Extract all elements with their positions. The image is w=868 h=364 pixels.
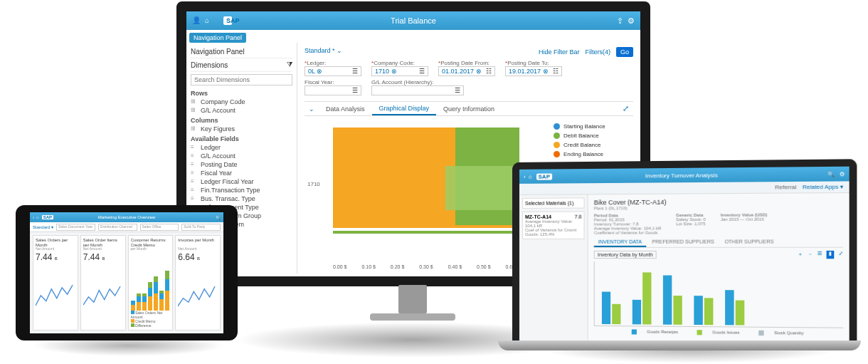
avail-item[interactable]: Fiscal Year	[191, 169, 292, 177]
chart-view-selector[interactable]: Inventory Data by Month	[594, 251, 657, 259]
search-dimensions-input[interactable]	[191, 74, 292, 85]
filters-count-link[interactable]: Filters(4)	[585, 48, 610, 56]
tablet-filter-bar: Standard ▾ Sales Document Year Distribut…	[30, 222, 223, 232]
gl-account-hierarchy-input[interactable]: ☰	[371, 85, 464, 95]
filter-row-2: Fiscal Year:☰ G/L Account (Hierarchy):☰	[305, 79, 633, 95]
variant-selector[interactable]: Standard ▾	[33, 224, 53, 229]
dimensions-heading: Dimensions	[191, 61, 228, 69]
kpi-tile[interactable]: Customer Returns: Credit Memo per Month …	[128, 235, 174, 331]
fiscal-year-input[interactable]: ☰	[305, 85, 361, 95]
avail-item[interactable]: Posting Date	[191, 160, 292, 169]
inventory-chart-legend: Goods Receipts Goods Issues Stock Quanti…	[594, 329, 843, 336]
filter-icon[interactable]: ⧩	[287, 61, 292, 69]
referral-label: Referral	[775, 184, 796, 190]
laptop-main: Bike Cover (MZ-TC-A14) Plant 1 (0L,1710)…	[588, 193, 850, 347]
posting-date-to-input[interactable]: 19.01.2017 ⊗☷	[505, 66, 562, 76]
tab-preferred-suppliers[interactable]: PREFERRED SUPPLIERS	[647, 238, 719, 246]
materials-side-panel: Selected Materials (1) MZ-TC-A147.8 Aver…	[519, 194, 588, 344]
sparkline	[178, 264, 218, 328]
avail-item[interactable]: Ledger	[191, 143, 292, 152]
x-axis: 0.00 $0.10 $0.20 $0.30 $0.40 $0.50 $0.60…	[333, 264, 519, 269]
company-code-input[interactable]: 1710 ⊗☰	[371, 66, 428, 76]
ledger-input[interactable]: 0L ⊗☰	[305, 66, 361, 76]
laptop-device: ‹ ⌂ SAP Inventory Turnover Analysis 🔍 ⚙ …	[512, 159, 857, 347]
tablet-app-header: ‹ ⌂ SAP Marketing Executive Overview 🔍	[30, 212, 223, 222]
sparkline	[83, 264, 123, 328]
avail-item[interactable]: Bus. Transac. Type	[191, 194, 292, 203]
stacked-bar-chart	[131, 251, 171, 311]
tab-other-suppliers[interactable]: OTHER SUPPLIERS	[720, 237, 778, 245]
value-help-icon[interactable]: ☰	[455, 87, 460, 94]
view-tabs: ⌄ Data Analysis Graphical Display Query …	[305, 101, 633, 116]
rows-heading: Rows	[191, 88, 292, 98]
filter-input[interactable]: Sales Office	[140, 224, 179, 231]
page-title: Trial Balance	[186, 16, 640, 25]
tab-data-analysis[interactable]: Data Analysis	[319, 103, 372, 115]
value-help-icon[interactable]: ☰	[419, 68, 425, 75]
filter-input[interactable]: Sales Document Year	[56, 224, 95, 231]
variant-selector[interactable]: Standard * ⌄	[305, 47, 342, 57]
navigation-panel-button[interactable]: Navigation Panel	[189, 33, 246, 43]
kpi-tile[interactable]: Invoices per Month Net Amount 6.64 B	[175, 235, 221, 331]
filter-input[interactable]: Distribution Channel	[98, 224, 137, 231]
zoom-in-icon[interactable]: ＋	[798, 251, 803, 259]
inventory-bar-chart	[594, 261, 843, 328]
nav-panel-title: Navigation Panel	[191, 46, 292, 58]
legend-swatch	[554, 151, 560, 157]
page-title: Marketing Executive Overview	[30, 215, 223, 219]
detail-tabs: INVENTORY DATA PREFERRED SUPPLIERS OTHER…	[594, 237, 843, 248]
app-header: 👤 ⌂ SAP Trial Balance ⇪ ⚙	[186, 11, 640, 30]
selected-materials-title: Selected Materials (1)	[525, 200, 582, 205]
kpi-tiles: Sales Orders per Month Net Amount 7.44 B…	[30, 232, 223, 333]
row-item[interactable]: Company Code	[191, 98, 292, 106]
go-button[interactable]: Go	[616, 47, 633, 57]
tablet-device: ‹ ⌂ SAP Marketing Executive Overview 🔍 S…	[16, 205, 238, 340]
avail-item[interactable]: Ledger Fiscal Year	[191, 177, 292, 186]
kpi-tile[interactable]: Sales Orders per Month Net Amount 7.44 B	[33, 235, 78, 331]
sparkline	[36, 264, 75, 328]
zoom-out-icon[interactable]: －	[808, 251, 813, 259]
fullscreen-icon[interactable]: ⤢	[839, 251, 843, 259]
avail-item[interactable]: Fin.Transaction Type	[191, 186, 292, 194]
legend-icon[interactable]: ☰	[817, 251, 822, 259]
tab-query-information[interactable]: Query Information	[436, 103, 502, 115]
legend-swatch	[554, 123, 560, 130]
page-title: Inventory Turnover Analysis	[519, 170, 850, 180]
calendar-icon[interactable]: ☷	[486, 68, 492, 75]
filter-input[interactable]: Sold-To Party	[181, 224, 221, 231]
legend-swatch	[554, 142, 560, 148]
columns-heading: Columns	[191, 115, 292, 125]
y-axis-label: 1710	[307, 181, 320, 187]
hide-filter-bar-link[interactable]: Hide Filter Bar	[539, 48, 580, 56]
related-apps-link[interactable]: Related Apps ▾	[803, 184, 843, 191]
laptop-app-header: ‹ ⌂ SAP Inventory Turnover Analysis 🔍 ⚙	[519, 167, 850, 184]
calendar-icon[interactable]: ☷	[553, 68, 559, 75]
avail-item[interactable]: G/L Account	[191, 152, 292, 160]
expand-icon[interactable]: ⤢	[618, 102, 633, 115]
legend-swatch	[554, 132, 560, 139]
col-item[interactable]: Key Figures	[191, 125, 292, 133]
tab-inventory-data[interactable]: INVENTORY DATA	[594, 238, 647, 247]
tab-graphical-display[interactable]: Graphical Display	[372, 103, 437, 115]
material-list-item[interactable]: MZ-TC-A147.8 Average Inventory Value: 10…	[522, 212, 585, 239]
filter-row-1: *Ledger:0L ⊗☰ *Company Code:1710 ⊗☰ *Pos…	[305, 60, 633, 76]
posting-date-from-input[interactable]: 01.01.2017 ⊗☷	[438, 66, 495, 76]
trial-balance-chart: 1710 0.00 $0.10 $0.20 $0.30 $0.40 $0.50 …	[305, 122, 548, 269]
value-help-icon[interactable]: ☰	[352, 68, 358, 75]
kpi-tile[interactable]: Sales Order Items per Month Net Amount 7…	[80, 235, 126, 331]
value-help-icon[interactable]: ☰	[352, 87, 358, 94]
row-item[interactable]: G/L Account	[191, 106, 292, 115]
chevron-down-icon[interactable]: ⌄	[305, 103, 319, 115]
bar-chart-icon[interactable]: ▮	[827, 251, 835, 259]
available-fields-heading: Available Fields	[191, 133, 292, 143]
